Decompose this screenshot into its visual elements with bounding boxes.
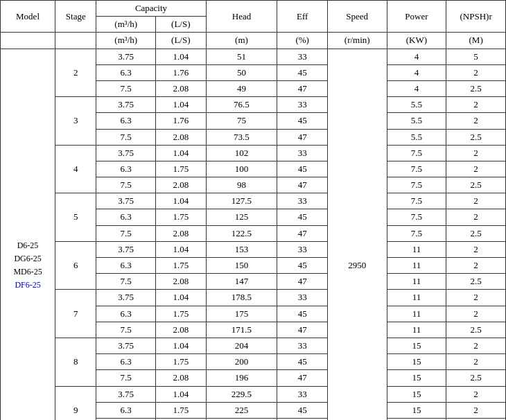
capacity-m3-cell: 7.5 <box>96 177 156 193</box>
power-cell: 11 <box>387 306 446 322</box>
head-cell: 229.5 <box>206 386 277 402</box>
capacity-m3-cell: 6.3 <box>96 64 156 80</box>
header-row-3: (m³/h) (L/S) (m) (%) (r/min) (KW) (M) <box>1 33 506 49</box>
capacity-ls-cell: 2.08 <box>156 322 207 338</box>
eff-cell: 33 <box>277 290 328 306</box>
eff-cell: 33 <box>277 49 328 64</box>
stage-cell: 7 <box>55 290 96 338</box>
eff-unit: (%) <box>277 33 328 49</box>
npsh-cell: 2.5 <box>446 225 506 241</box>
table-body: D6-25DG6-25MD6-25DF6-2523.751.0451332950… <box>1 49 506 420</box>
power-cell: 5.5 <box>387 113 446 129</box>
power-cell: 5.5 <box>387 97 446 113</box>
power-cell: 7.5 <box>387 193 446 209</box>
head-cell: 196 <box>206 370 277 386</box>
power-unit: (KW) <box>387 33 446 49</box>
capacity-ls-cell: 2.08 <box>156 129 207 145</box>
capacity-ls-cell: 1.75 <box>156 258 207 274</box>
npsh-cell: 2 <box>446 97 506 113</box>
npsh-cell: 2 <box>446 161 506 177</box>
capacity-ls-cell: 1.75 <box>156 161 207 177</box>
head-cell: 75 <box>206 113 277 129</box>
capacity-ls-cell: 2.08 <box>156 274 207 290</box>
eff-cell: 47 <box>277 80 328 96</box>
table-row: 93.751.04229.533152 <box>1 386 506 402</box>
capacity-ls-unit: (L/S) <box>156 33 207 49</box>
power-cell: 15 <box>387 338 446 353</box>
power-cell: 5.5 <box>387 129 446 145</box>
power-cell: 15 <box>387 402 446 418</box>
table-row: 63.751.0415333112 <box>1 241 506 257</box>
capacity-m3-cell: 6.3 <box>96 354 156 370</box>
power-cell: 11 <box>387 258 446 274</box>
eff-cell: 33 <box>277 386 328 402</box>
capacity-m3-header: (m³/h) <box>96 17 156 33</box>
eff-cell: 45 <box>277 258 328 274</box>
capacity-m3-cell: 7.5 <box>96 370 156 386</box>
table-row: 73.751.04178.533112 <box>1 290 506 306</box>
head-cell: 125 <box>206 209 277 225</box>
model-name: MD6-25 <box>3 265 53 279</box>
npsh-cell: 2 <box>446 402 506 418</box>
model-name: DG6-25 <box>3 252 53 265</box>
head-cell: 178.5 <box>206 290 277 306</box>
head-cell: 49 <box>206 80 277 96</box>
head-cell: 200 <box>206 354 277 370</box>
power-cell: 15 <box>387 354 446 370</box>
table-row: 53.751.04127.5337.52 <box>1 193 506 209</box>
eff-cell: 47 <box>277 177 328 193</box>
eff-header: Eff <box>277 1 328 33</box>
table-row: 43.751.04102337.52 <box>1 145 506 161</box>
npsh-cell: 2 <box>446 386 506 402</box>
capacity-m3-cell: 7.5 <box>96 274 156 290</box>
capacity-ls-header: (L/S) <box>156 17 207 33</box>
capacity-m3-cell: 6.3 <box>96 402 156 418</box>
speed-header: Speed <box>327 1 387 33</box>
npsh-cell: 2 <box>446 354 506 370</box>
eff-cell: 33 <box>277 145 328 161</box>
power-header: Power <box>387 1 446 33</box>
model-name: D6-25 <box>3 239 53 252</box>
head-cell: 51 <box>206 49 277 64</box>
eff-cell: 45 <box>277 306 328 322</box>
speed-unit: (r/min) <box>327 33 387 49</box>
head-cell: 150 <box>206 258 277 274</box>
eff-cell: 47 <box>277 225 328 241</box>
npsh-cell: 2 <box>446 338 506 353</box>
head-cell: 98 <box>206 177 277 193</box>
capacity-ls-cell: 1.04 <box>156 193 207 209</box>
npsh-cell: 2 <box>446 241 506 257</box>
capacity-m3-cell: 3.75 <box>96 290 156 306</box>
npsh-cell: 2 <box>446 193 506 209</box>
eff-cell: 45 <box>277 64 328 80</box>
capacity-ls-cell: 1.75 <box>156 306 207 322</box>
table-row: 83.751.0420433152 <box>1 338 506 353</box>
head-cell: 76.5 <box>206 97 277 113</box>
capacity-m3-cell: 7.5 <box>96 129 156 145</box>
head-cell: 175 <box>206 306 277 322</box>
capacity-m3-cell: 3.75 <box>96 97 156 113</box>
power-cell: 7.5 <box>387 209 446 225</box>
capacity-ls-cell: 1.04 <box>156 241 207 257</box>
eff-cell: 33 <box>277 97 328 113</box>
eff-cell: 45 <box>277 209 328 225</box>
capacity-ls-cell: 1.04 <box>156 97 207 113</box>
capacity-ls-cell: 1.76 <box>156 64 207 80</box>
capacity-m3-cell: 3.75 <box>96 241 156 257</box>
head-cell: 204 <box>206 338 277 353</box>
capacity-ls-cell: 1.75 <box>156 209 207 225</box>
power-cell: 7.5 <box>387 225 446 241</box>
capacity-ls-cell: 1.75 <box>156 354 207 370</box>
power-cell: 11 <box>387 322 446 338</box>
eff-cell: 47 <box>277 274 328 290</box>
capacity-m3-unit: (m³/h) <box>96 33 156 49</box>
head-cell: 171.5 <box>206 322 277 338</box>
eff-cell: 47 <box>277 370 328 386</box>
model-header: Model <box>1 1 55 33</box>
npsh-cell: 5 <box>446 49 506 64</box>
head-cell: 122.5 <box>206 225 277 241</box>
head-cell: 50 <box>206 64 277 80</box>
stage-unit-cell <box>55 33 96 49</box>
head-cell: 147 <box>206 274 277 290</box>
model-name-df: DF6-25 <box>3 279 53 292</box>
